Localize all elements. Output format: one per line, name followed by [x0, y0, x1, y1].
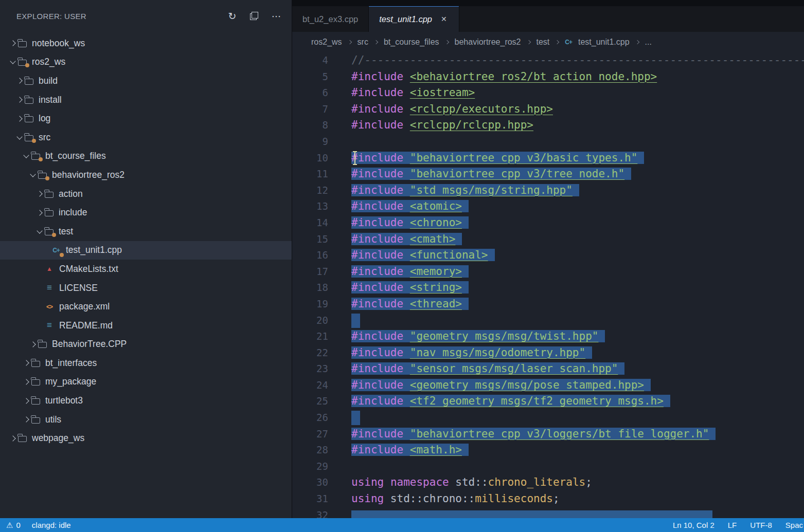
code-line-8[interactable]: 8#include <rclcpp/rclcpp.hpp>	[292, 117, 804, 134]
token-inc: "std_msgs/msg/string.hpp"	[410, 184, 573, 196]
selected-text: #include <cmath>	[351, 233, 462, 245]
chevron-right-icon	[30, 341, 35, 347]
more-actions-icon[interactable]: ⋯	[272, 11, 281, 21]
file-tree: notebook_wsros2_wsbuildinstalllogsrcbt_c…	[0, 32, 292, 518]
code-line-10[interactable]: 10#include "behaviortree_cpp_v3/basic_ty…	[292, 150, 804, 167]
indentation-indicator[interactable]: Spac	[785, 521, 803, 529]
clangd-status[interactable]: clangd: idle	[32, 521, 71, 529]
tree-item-package.xml[interactable]: package.xml	[0, 297, 292, 316]
code-line-6[interactable]: 6#include <iostream>	[292, 85, 804, 101]
tree-item-install[interactable]: install	[0, 90, 292, 109]
code-line-20[interactable]: 20	[292, 313, 804, 329]
code-line-5[interactable]: 5#include <behaviortree_ros2/bt_action_n…	[292, 69, 804, 85]
chevron-box	[21, 399, 31, 403]
code-line-14[interactable]: 14#include <chrono>	[292, 215, 804, 231]
code-editor[interactable]: 4//-------------------------------------…	[292, 52, 804, 518]
tree-item-behaviortree_ros2[interactable]: behaviortree_ros2	[0, 166, 292, 185]
line-number: 23	[292, 361, 328, 377]
code-line-18[interactable]: 18#include <string>	[292, 280, 804, 296]
token-kw: #include	[351, 184, 410, 196]
tree-item-action[interactable]: action	[0, 185, 292, 204]
code-line-content: #include "geometry_msgs/msg/twist.hpp"	[328, 328, 605, 345]
code-line-21[interactable]: 21#include "geometry_msgs/msg/twist.hpp"	[292, 328, 804, 345]
tree-item-src[interactable]: src	[0, 128, 292, 147]
code-line-15[interactable]: 15#include <cmath>	[292, 231, 804, 248]
chevron-box	[21, 417, 31, 421]
tree-item-bt_course_files[interactable]: bt_course_files	[0, 147, 292, 166]
close-icon[interactable]: ✕	[439, 14, 449, 24]
tree-item-README.md[interactable]: README.md	[0, 316, 292, 335]
refresh-icon[interactable]: ↻	[228, 11, 236, 21]
code-line-27[interactable]: 27#include "behaviortree_cpp_v3/loggers/…	[292, 426, 804, 443]
chevron-right-icon	[23, 417, 29, 423]
code-line-19[interactable]: 19#include <thread>	[292, 296, 804, 313]
tab-label: bt_u2_ex3.cpp	[302, 14, 358, 24]
folder-icon	[25, 116, 33, 122]
tree-item-test_unit1.cpp[interactable]: test_unit1.cpp	[0, 241, 292, 260]
tree-item-build[interactable]: build	[0, 71, 292, 90]
problems-indicator[interactable]: ⚠ 0	[6, 521, 21, 530]
tree-item-label: bt_course_files	[45, 151, 106, 161]
line-number: 9	[292, 134, 328, 150]
breadcrumb-item-behaviortree_ros2[interactable]: behaviortree_ros2	[455, 38, 521, 47]
code-line-31[interactable]: 31using std::chrono::milliseconds;	[292, 491, 804, 507]
code-line-4[interactable]: 4//-------------------------------------…	[292, 52, 804, 69]
code-lines: 4//-------------------------------------…	[292, 52, 804, 518]
split-squares-icon[interactable]	[250, 12, 258, 20]
tree-item-LICENSE[interactable]: LICENSE	[0, 279, 292, 298]
tree-item-log[interactable]: log	[0, 109, 292, 128]
code-line-content: #include "behaviortree_cpp_v3/basic_type…	[328, 150, 644, 167]
code-line-9[interactable]: 9	[292, 134, 804, 150]
code-line-29[interactable]: 29	[292, 458, 804, 475]
tree-item-BehaviorTree.CPP[interactable]: BehaviorTree.CPP	[0, 335, 292, 354]
breadcrumb-item-test_unit1.cpp[interactable]: test_unit1.cpp	[578, 38, 630, 47]
code-line-28[interactable]: 28#include <math.h>	[292, 442, 804, 458]
code-line-17[interactable]: 17#include <memory>	[292, 264, 804, 280]
tree-item-label: log	[39, 113, 50, 124]
tree-item-my_package[interactable]: my_package	[0, 373, 292, 392]
code-line-12[interactable]: 12#include "std_msgs/msg/string.hpp"	[292, 182, 804, 199]
token-inc: <cmath>	[410, 233, 456, 245]
code-line-content	[328, 410, 360, 426]
tab-test_unit1.cpp[interactable]: test_unit1.cpp✕	[369, 6, 459, 32]
line-number: 10	[292, 150, 328, 167]
tree-item-utils[interactable]: utils	[0, 410, 292, 429]
encoding-indicator[interactable]: UTF-8	[750, 521, 772, 529]
folder-icon	[45, 192, 53, 198]
tree-item-CMakeLists.txt[interactable]: CMakeLists.txt	[0, 260, 292, 279]
cmake-icon	[45, 264, 54, 273]
code-line-24[interactable]: 24#include <geometry_msgs/msg/pose_stamp…	[292, 377, 804, 394]
tree-item-ros2_ws[interactable]: ros2_ws	[0, 53, 292, 72]
token-kw: #include	[351, 119, 410, 131]
code-line-content: #include "behaviortree_cpp_v3/loggers/bt…	[328, 426, 716, 443]
code-text: using namespace std::chrono_literals;	[351, 476, 592, 488]
chevron-box	[34, 230, 45, 233]
breadcrumb-item-bt_course_files[interactable]: bt_course_files	[384, 38, 439, 47]
code-line-16[interactable]: 16#include <functional>	[292, 247, 804, 264]
code-line-7[interactable]: 7#include <rclcpp/executors.hpp>	[292, 101, 804, 118]
eol-indicator[interactable]: LF	[728, 521, 737, 529]
text-cursor-ibeam-icon	[354, 152, 355, 164]
breadcrumb-item-ros2_ws[interactable]: ros2_ws	[311, 38, 342, 47]
token-inc: "behaviortree_cpp_v3/tree_node.h"	[410, 168, 624, 180]
code-line-26[interactable]: 26	[292, 410, 804, 426]
breadcrumb-item-src[interactable]: src	[358, 38, 368, 47]
tree-item-notebook_ws[interactable]: notebook_ws	[0, 34, 292, 53]
tree-item-include[interactable]: include	[0, 203, 292, 222]
tree-item-turtlebot3[interactable]: turtlebot3	[0, 391, 292, 410]
code-line-25[interactable]: 25#include <tf2_geometry_msgs/tf2_geomet…	[292, 393, 804, 410]
tab-bt_u2_ex3.cpp[interactable]: bt_u2_ex3.cpp	[292, 6, 369, 32]
cursor-position[interactable]: Ln 10, Col 2	[673, 521, 714, 529]
code-line-content: #include <chrono>	[328, 215, 469, 231]
code-line-11[interactable]: 11#include "behaviortree_cpp_v3/tree_nod…	[292, 166, 804, 182]
code-line-30[interactable]: 30using namespace std::chrono_literals;	[292, 474, 804, 491]
breadcrumb-item-test[interactable]: test	[537, 38, 550, 47]
breadcrumb-item-...[interactable]: ...	[645, 38, 652, 47]
tree-item-test[interactable]: test	[0, 222, 292, 241]
horizontal-scrollbar[interactable]	[351, 510, 712, 518]
tree-item-bt_interfaces[interactable]: bt_interfaces	[0, 354, 292, 373]
code-line-22[interactable]: 22#include "nav_msgs/msg/odometry.hpp"	[292, 345, 804, 361]
tree-item-webpage_ws[interactable]: webpage_ws	[0, 429, 292, 448]
code-line-13[interactable]: 13#include <atomic>	[292, 198, 804, 215]
code-line-23[interactable]: 23#include "sensor_msgs/msg/laser_scan.h…	[292, 361, 804, 377]
